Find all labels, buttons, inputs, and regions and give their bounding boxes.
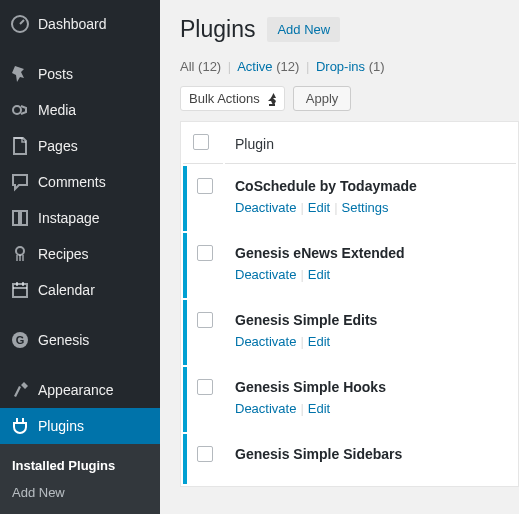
plugin-name: CoSchedule by Todaymade	[235, 178, 506, 194]
nav-label: Pages	[38, 138, 78, 154]
main-content: Plugins Add New All (12) | Active (12) |…	[160, 0, 519, 514]
table-row: CoSchedule by TodaymadeDeactivate|Edit|S…	[183, 166, 516, 231]
filter-dropins[interactable]: Drop-ins (1)	[316, 59, 385, 74]
action-deactivate[interactable]: Deactivate	[235, 401, 296, 416]
row-checkbox[interactable]	[197, 312, 213, 328]
bulk-actions-select[interactable]: Bulk Actions ▴▾	[180, 86, 285, 111]
action-edit[interactable]: Edit	[308, 267, 330, 282]
page-icon	[10, 136, 30, 156]
row-checkbox[interactable]	[197, 178, 213, 194]
sidebar-item-plugins[interactable]: Plugins	[0, 408, 160, 444]
plugin-name: Genesis Simple Edits	[235, 312, 506, 328]
filter-all[interactable]: All (12)	[180, 59, 221, 74]
select-arrows-icon: ▴▾	[271, 91, 276, 107]
svg-point-1	[13, 106, 21, 114]
svg-text:G: G	[16, 334, 25, 346]
appearance-icon	[10, 380, 30, 400]
row-actions: Deactivate|Edit|Settings	[235, 200, 506, 215]
nav-label: Recipes	[38, 246, 89, 262]
row-actions: Deactivate|Edit	[235, 267, 506, 282]
table-row: Genesis eNews ExtendedDeactivate|Edit	[183, 233, 516, 298]
action-edit[interactable]: Edit	[308, 401, 330, 416]
action-deactivate[interactable]: Deactivate	[235, 334, 296, 349]
dashboard-icon	[10, 14, 30, 34]
svg-rect-3	[21, 211, 27, 225]
table-row: Genesis Simple HooksDeactivate|Edit	[183, 367, 516, 432]
nav-label: Appearance	[38, 382, 114, 398]
filter-active[interactable]: Active (12)	[237, 59, 299, 74]
column-plugin[interactable]: Plugin	[225, 124, 516, 164]
submenu-editor[interactable]: Editor	[0, 506, 160, 514]
sidebar-item-comments[interactable]: Comments	[0, 164, 160, 200]
row-checkbox[interactable]	[197, 379, 213, 395]
comments-icon	[10, 172, 30, 192]
select-all-checkbox[interactable]	[193, 134, 209, 150]
nav-label: Comments	[38, 174, 106, 190]
sidebar-item-recipes[interactable]: Recipes	[0, 236, 160, 272]
plugin-name: Genesis eNews Extended	[235, 245, 506, 261]
genesis-icon: G	[10, 330, 30, 350]
action-settings[interactable]: Settings	[342, 200, 389, 215]
pin-icon	[10, 64, 30, 84]
row-checkbox[interactable]	[197, 245, 213, 261]
sidebar-item-posts[interactable]: Posts	[0, 56, 160, 92]
row-checkbox[interactable]	[197, 446, 213, 462]
svg-rect-2	[13, 211, 19, 225]
nav-label: Posts	[38, 66, 73, 82]
row-actions: Deactivate|Edit	[235, 401, 506, 416]
nav-label: Plugins	[38, 418, 84, 434]
table-row: Genesis Simple EditsDeactivate|Edit	[183, 300, 516, 365]
nav-label: Instapage	[38, 210, 100, 226]
filter-links: All (12) | Active (12) | Drop-ins (1)	[180, 59, 519, 74]
nav-label: Calendar	[38, 282, 95, 298]
submenu-installed-plugins[interactable]: Installed Plugins	[0, 452, 160, 479]
svg-point-4	[16, 247, 24, 255]
sidebar-item-appearance[interactable]: Appearance	[0, 372, 160, 408]
row-actions: Deactivate|Edit	[235, 334, 506, 349]
admin-sidebar: Dashboard Posts Media Pages Comments Ins…	[0, 0, 160, 514]
sidebar-item-pages[interactable]: Pages	[0, 128, 160, 164]
nav-label: Genesis	[38, 332, 89, 348]
sidebar-item-dashboard[interactable]: Dashboard	[0, 6, 160, 42]
sidebar-item-media[interactable]: Media	[0, 92, 160, 128]
nav-label: Media	[38, 102, 76, 118]
svg-rect-5	[13, 284, 27, 297]
instapage-icon	[10, 208, 30, 228]
action-deactivate[interactable]: Deactivate	[235, 200, 296, 215]
plugin-name: Genesis Simple Sidebars	[235, 446, 506, 462]
sidebar-item-instapage[interactable]: Instapage	[0, 200, 160, 236]
bulk-actions-label: Bulk Actions	[189, 91, 260, 106]
media-icon	[10, 100, 30, 120]
sidebar-item-calendar[interactable]: Calendar	[0, 272, 160, 308]
plugins-table: Plugin CoSchedule by TodaymadeDeactivate…	[180, 121, 519, 487]
add-new-button[interactable]: Add New	[267, 17, 340, 42]
plugins-icon	[10, 416, 30, 436]
plugins-submenu: Installed Plugins Add New Editor	[0, 444, 160, 514]
calendar-icon	[10, 280, 30, 300]
submenu-add-new[interactable]: Add New	[0, 479, 160, 506]
action-edit[interactable]: Edit	[308, 200, 330, 215]
table-row: Genesis Simple Sidebars	[183, 434, 516, 484]
recipes-icon	[10, 244, 30, 264]
sidebar-item-genesis[interactable]: G Genesis	[0, 322, 160, 358]
nav-label: Dashboard	[38, 16, 107, 32]
action-deactivate[interactable]: Deactivate	[235, 267, 296, 282]
plugin-name: Genesis Simple Hooks	[235, 379, 506, 395]
page-title: Plugins	[180, 16, 255, 43]
apply-button[interactable]: Apply	[293, 86, 352, 111]
action-edit[interactable]: Edit	[308, 334, 330, 349]
